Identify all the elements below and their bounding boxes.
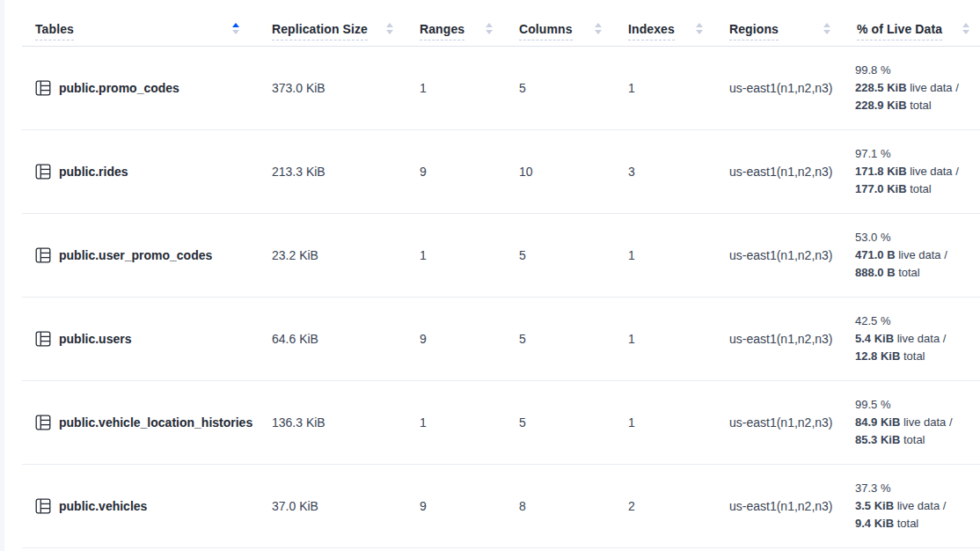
- total-data-line: 228.9 KiB total: [855, 97, 980, 114]
- caret-up-icon: [386, 23, 393, 27]
- caret-up-icon: [486, 23, 493, 27]
- regions-cell: us-east1(n1,n2,n3): [728, 415, 855, 430]
- indexes-cell: 1: [626, 81, 728, 95]
- sort-icon[interactable]: [386, 23, 393, 34]
- total-data-line: 12.8 KiB total: [855, 348, 980, 365]
- table-name-link[interactable]: public.rides: [59, 165, 128, 179]
- total-data-line: 177.0 KiB total: [855, 180, 980, 198]
- live-data-percent: 99.5 %: [855, 396, 980, 414]
- live-data-cell: 53.0 % 471.0 B live data / 888.0 B total: [855, 229, 980, 282]
- column-header-label: Ranges: [420, 22, 464, 40]
- column-header-label: Columns: [519, 22, 573, 40]
- table-row: public.user_promo_codes 23.2 KiB 1 5 1 u…: [22, 214, 980, 298]
- table-name-link[interactable]: public.vehicles: [59, 499, 147, 513]
- live-data-percent: 99.8 %: [855, 62, 980, 79]
- caret-down-icon: [696, 30, 703, 34]
- indexes-cell: 1: [626, 248, 728, 262]
- regions-cell: us-east1(n1,n2,n3): [728, 165, 855, 179]
- caret-down-icon: [595, 30, 602, 34]
- columns-cell: 10: [517, 165, 626, 179]
- table-name-cell: public.user_promo_codes: [22, 247, 270, 263]
- table-name-cell: public.vehicles: [22, 498, 270, 514]
- columns-cell: 5: [517, 415, 626, 430]
- regions-cell: us-east1(n1,n2,n3): [728, 81, 855, 95]
- sort-icon[interactable]: [962, 23, 969, 34]
- live-data-line: 3.5 KiB live data /: [855, 497, 980, 515]
- live-data-line: 5.4 KiB live data /: [855, 330, 980, 348]
- caret-up-icon: [823, 23, 830, 27]
- replication-size-cell: 64.6 KiB: [270, 332, 418, 346]
- sort-icon[interactable]: [595, 23, 602, 34]
- columns-cell: 5: [517, 248, 626, 262]
- table-icon: [35, 331, 51, 347]
- total-data-line: 9.4 KiB total: [855, 515, 980, 533]
- caret-up-icon: [232, 23, 239, 27]
- table-name-link[interactable]: public.vehicle_location_histories: [59, 415, 252, 430]
- table-name-cell: public.users: [22, 331, 270, 347]
- caret-down-icon: [486, 30, 493, 34]
- live-data-line: 171.8 KiB live data /: [855, 163, 980, 180]
- table-name-link[interactable]: public.user_promo_codes: [59, 248, 212, 262]
- table-name-cell: public.vehicle_location_histories: [22, 415, 270, 430]
- column-header-tables[interactable]: Tables: [22, 0, 270, 46]
- sort-icon[interactable]: [823, 23, 830, 34]
- indexes-cell: 1: [626, 415, 728, 430]
- column-header-live-data[interactable]: % of Live Data: [855, 0, 980, 46]
- column-header-label: Indexes: [628, 22, 675, 40]
- table-icon: [35, 164, 51, 180]
- live-data-cell: 99.8 % 228.5 KiB live data / 228.9 KiB t…: [855, 62, 980, 114]
- indexes-cell: 2: [626, 499, 728, 513]
- column-header-regions[interactable]: Regions: [728, 0, 855, 46]
- column-header-indexes[interactable]: Indexes: [626, 0, 728, 46]
- replication-size-cell: 213.3 KiB: [270, 165, 418, 179]
- table-body: public.promo_codes 373.0 KiB 1 5 1 us-ea…: [22, 47, 980, 548]
- table-icon: [35, 247, 51, 263]
- table-row: public.rides 213.3 KiB 9 10 3 us-east1(n…: [22, 130, 980, 214]
- regions-cell: us-east1(n1,n2,n3): [728, 499, 855, 513]
- total-data-line: 888.0 B total: [855, 264, 980, 282]
- ranges-cell: 9: [418, 499, 517, 513]
- column-header-ranges[interactable]: Ranges: [418, 0, 517, 46]
- column-header-replication-size[interactable]: Replication Size: [270, 0, 418, 46]
- sort-icon[interactable]: [232, 23, 239, 34]
- ranges-cell: 9: [418, 332, 517, 346]
- caret-down-icon: [232, 30, 239, 34]
- table-name-cell: public.promo_codes: [22, 80, 270, 96]
- caret-up-icon: [595, 23, 602, 27]
- indexes-cell: 1: [626, 332, 728, 346]
- column-header-columns[interactable]: Columns: [517, 0, 626, 46]
- live-data-cell: 37.3 % 3.5 KiB live data / 9.4 KiB total: [855, 480, 980, 533]
- replication-size-cell: 373.0 KiB: [270, 81, 418, 95]
- table-name-cell: public.rides: [22, 164, 270, 180]
- caret-down-icon: [386, 30, 393, 34]
- live-data-percent: 53.0 %: [855, 229, 980, 246]
- table-name-link[interactable]: public.promo_codes: [59, 81, 179, 95]
- column-header-label: % of Live Data: [857, 22, 942, 40]
- live-data-line: 84.9 KiB live data /: [855, 414, 980, 431]
- sort-icon[interactable]: [696, 23, 703, 34]
- table-name-link[interactable]: public.users: [59, 332, 131, 346]
- regions-cell: us-east1(n1,n2,n3): [728, 248, 855, 262]
- live-data-percent: 97.1 %: [855, 145, 980, 163]
- sort-icon[interactable]: [486, 23, 493, 34]
- replication-size-cell: 136.3 KiB: [270, 415, 418, 430]
- live-data-cell: 42.5 % 5.4 KiB live data / 12.8 KiB tota…: [855, 312, 980, 365]
- indexes-cell: 3: [626, 165, 728, 179]
- live-data-line: 228.5 KiB live data /: [855, 79, 980, 97]
- table-icon: [35, 498, 51, 514]
- column-header-label: Replication Size: [272, 22, 368, 40]
- table-row: public.vehicles 37.0 KiB 9 8 2 us-east1(…: [22, 465, 980, 548]
- live-data-percent: 42.5 %: [855, 312, 980, 330]
- regions-cell: us-east1(n1,n2,n3): [728, 332, 855, 346]
- table-row: public.promo_codes 373.0 KiB 1 5 1 us-ea…: [22, 47, 980, 130]
- column-header-label: Regions: [729, 22, 779, 40]
- replication-size-cell: 23.2 KiB: [270, 248, 418, 262]
- live-data-percent: 37.3 %: [855, 480, 980, 497]
- caret-up-icon: [962, 23, 969, 27]
- ranges-cell: 1: [418, 415, 517, 430]
- caret-down-icon: [962, 30, 969, 34]
- tables-table: Tables Replication Size Ranges Columns I…: [22, 0, 980, 548]
- table-header-row: Tables Replication Size Ranges Columns I…: [22, 0, 980, 47]
- columns-cell: 8: [517, 499, 626, 513]
- replication-size-cell: 37.0 KiB: [270, 499, 418, 513]
